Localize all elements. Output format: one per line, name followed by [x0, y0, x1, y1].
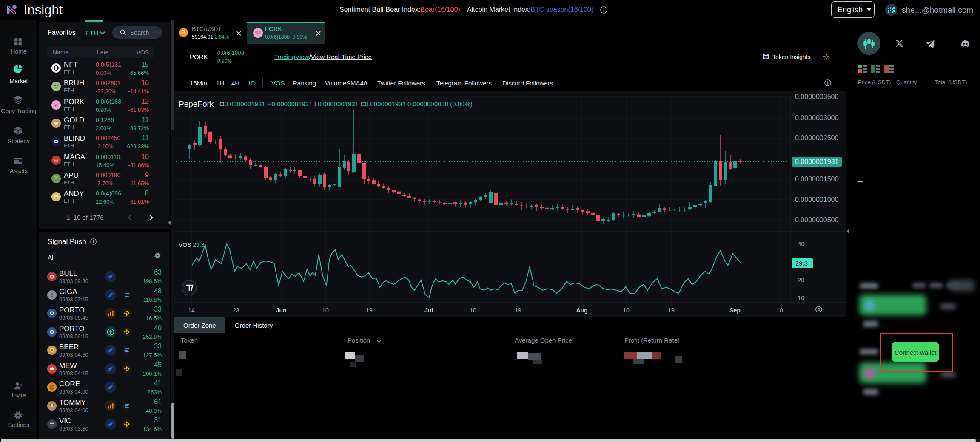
- svg-text:10: 10: [322, 307, 329, 314]
- svg-text:10: 10: [776, 307, 783, 314]
- svg-text:10: 10: [798, 294, 805, 301]
- svg-text:0.0000000500: 0.0000000500: [795, 216, 838, 224]
- svg-text:Sep: Sep: [729, 307, 741, 314]
- svg-text:O0.0000001931 H0.0000001931: O0.0000001931 H0.0000001931 L0.000000193…: [219, 100, 473, 108]
- svg-text:0.0000003500: 0.0000003500: [795, 93, 838, 100]
- svg-text:0.0000001500: 0.0000001500: [795, 176, 838, 183]
- svg-text:23: 23: [233, 307, 239, 314]
- svg-text:40: 40: [798, 240, 805, 247]
- svg-text:19: 19: [515, 307, 521, 314]
- svg-text:14: 14: [188, 307, 195, 314]
- svg-text:0.0000003000: 0.0000003000: [795, 114, 838, 122]
- svg-text:Aug: Aug: [576, 307, 587, 314]
- svg-text:20: 20: [798, 276, 805, 283]
- svg-text:0.0000001000: 0.0000001000: [795, 196, 838, 203]
- svg-text:10: 10: [470, 307, 476, 314]
- svg-text:0.0000001931: 0.0000001931: [795, 158, 838, 165]
- svg-text:PepeFork: PepeFork: [179, 99, 214, 108]
- svg-text:29.3: 29.3: [795, 260, 808, 267]
- svg-text:Jun: Jun: [276, 307, 287, 314]
- svg-text:Jul: Jul: [424, 307, 433, 314]
- svg-text:VOS 29.3: VOS 29.3: [179, 241, 205, 248]
- svg-text:19: 19: [668, 307, 675, 314]
- svg-text:10: 10: [623, 307, 630, 314]
- svg-text:0.0000002500: 0.0000002500: [795, 134, 838, 142]
- svg-text:19: 19: [366, 307, 373, 314]
